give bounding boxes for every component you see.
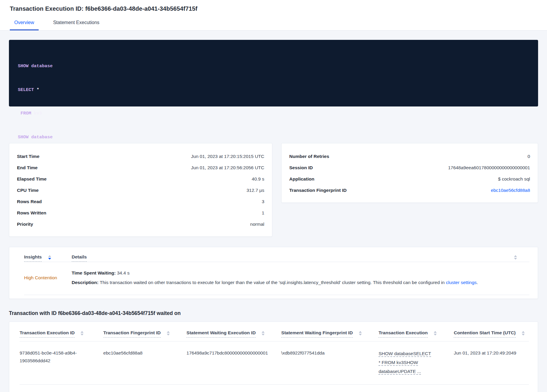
column-label[interactable]: Transaction Execution — [378, 330, 427, 338]
insight-badge: High Contention — [24, 275, 72, 280]
sql-line: FROM kv3 — [18, 110, 529, 118]
details-column-header[interactable]: Details — [72, 254, 87, 262]
summary-row-rows-read: Rows Read 3 — [17, 196, 264, 207]
summary-row-elapsed-time: Elapsed Time 40.9 s — [17, 173, 264, 185]
time-spent-waiting-value: 34.4 s — [116, 270, 130, 275]
sql-text: * — [34, 87, 39, 92]
transaction-execution-link[interactable]: SHOW databaseSELECT * FROM kv3SHOW datab… — [378, 349, 432, 376]
sql-keyword: FROM — [21, 111, 31, 116]
description-suffix: . — [477, 280, 478, 285]
row-label: Transaction Fingerprint ID — [289, 188, 347, 193]
row-label: Session ID — [289, 165, 313, 170]
description-text: This transaction waited on other transac… — [98, 280, 446, 285]
insight-description: Description: This transaction waited on … — [72, 279, 529, 286]
row-value: 17648a9eea6017800000000000000001 — [448, 165, 530, 170]
page-title: Transaction Execution ID: f6be6366-da03-… — [10, 5, 537, 12]
column-label[interactable]: Statement Waiting Execution ID — [186, 330, 256, 338]
sql-keyword: SHOW database — [18, 135, 53, 140]
sql-statements-box: SHOW database SELECT * FROM kv3 SHOW dat… — [9, 40, 538, 106]
sql-line: SELECT * — [18, 86, 529, 94]
tab-statement-executions[interactable]: Statement Executions — [49, 20, 104, 30]
sort-icon[interactable] — [514, 254, 517, 260]
summary-row-start-time: Start Time Jun 01, 2023 at 17:20:15:2015… — [17, 151, 264, 162]
column-label[interactable]: Statement Waiting Fingerprint ID — [281, 330, 353, 338]
tab-overview[interactable]: Overview — [10, 20, 39, 30]
sql-line: SHOW database — [18, 62, 529, 70]
row-value: 312.7 µs — [246, 188, 264, 193]
summary-row-end-time: End Time Jun 01, 2023 at 17:20:56:2056 U… — [17, 162, 264, 173]
time-spent-waiting: Time Spent Waiting: 34.4 s — [72, 270, 529, 276]
sql-line: SHOW database — [18, 134, 529, 142]
row-label: End Time — [17, 165, 37, 170]
row-value: Jun 01, 2023 at 17:20:15:2015 UTC — [191, 154, 264, 159]
cell-statement-waiting-execution-id: 176498a9c717bdc80000000000000001 — [186, 349, 278, 376]
sort-icon[interactable] — [81, 330, 84, 335]
cluster-settings-link[interactable]: cluster settings — [446, 280, 477, 285]
row-label: Priority — [17, 222, 33, 227]
row-label: Start Time — [17, 154, 40, 159]
column-header-statement-waiting-execution-id: Statement Waiting Execution ID — [186, 330, 278, 338]
summary-row-session-id: Session ID 17648a9eea6017800000000000000… — [289, 162, 530, 173]
sort-icon[interactable] — [522, 330, 525, 335]
row-value: 3 — [262, 199, 264, 204]
transaction-fingerprint-link[interactable]: ebc10ae56cfd88a8 — [491, 188, 530, 193]
waited-on-table-header: Transaction Execution ID Transaction Fin… — [20, 330, 529, 338]
sql-keyword: SHOW database — [18, 64, 53, 69]
row-value: $ cockroach sql — [498, 176, 530, 182]
insights-table-header: Insights Details — [24, 254, 529, 262]
column-header-contention-start-time: Contention Start Time (UTC) — [454, 330, 529, 338]
cell-statement-waiting-fingerprint-id: \xdb8922f077541dda — [281, 349, 375, 376]
column-header-statement-waiting-fingerprint-id: Statement Waiting Fingerprint ID — [281, 330, 375, 338]
row-value: 0 — [527, 154, 530, 159]
row-label: Rows Written — [17, 210, 46, 216]
waited-on-table-row: 9738d051-bc0e-4158-a9b4-1903586ddd42 ebc… — [20, 341, 529, 384]
summary-cards-row: Start Time Jun 01, 2023 at 17:20:15:2015… — [9, 143, 538, 237]
summary-row-priority: Priority normal — [17, 219, 264, 230]
cell-contention-start-time: Jun 01, 2023 at 17:20:49:2049 — [454, 349, 529, 376]
sort-icon[interactable] — [434, 330, 437, 335]
transaction-summary-card: Start Time Jun 01, 2023 at 17:20:15:2015… — [9, 143, 272, 237]
waited-on-heading: Transaction with ID f6be6366-da03-48de-a… — [9, 310, 538, 316]
summary-row-transaction-fingerprint-id: Transaction Fingerprint ID ebc10ae56cfd8… — [289, 185, 530, 196]
row-label: CPU Time — [17, 188, 39, 193]
row-label: Application — [289, 176, 314, 182]
waited-on-table-card: Transaction Execution ID Transaction Fin… — [9, 322, 538, 392]
sort-icon[interactable] — [167, 330, 170, 335]
sql-text: kv3 — [31, 111, 42, 116]
row-value: 40.9 s — [252, 176, 264, 182]
row-label: Rows Read — [17, 199, 42, 204]
time-spent-waiting-label: Time Spent Waiting: — [72, 270, 116, 275]
summary-row-retries: Number of Retries 0 — [289, 151, 530, 162]
row-value: normal — [250, 222, 264, 227]
row-label: Elapsed Time — [17, 176, 47, 182]
tab-bar: Overview Statement Executions — [10, 20, 537, 30]
summary-row-cpu-time: CPU Time 312.7 µs — [17, 185, 264, 196]
insights-column-header[interactable]: Insights — [24, 254, 42, 262]
session-summary-card: Number of Retries 0 Session ID 17648a9ee… — [281, 143, 538, 203]
column-label[interactable]: Contention Start Time (UTC) — [454, 330, 515, 338]
column-label[interactable]: Transaction Fingerprint ID — [103, 330, 161, 338]
sql-keyword: SELECT — [18, 87, 34, 92]
sort-icon[interactable] — [262, 330, 265, 335]
insight-row: High Contention Time Spent Waiting: 34.4… — [24, 262, 529, 295]
page-header: Transaction Execution ID: f6be6366-da03-… — [0, 0, 547, 31]
divider — [24, 295, 529, 295]
insight-details: Time Spent Waiting: 34.4 s Description: … — [72, 270, 529, 286]
column-label[interactable]: Transaction Execution ID — [20, 330, 75, 338]
row-value: 1 — [262, 210, 264, 216]
sort-icon[interactable] — [48, 254, 51, 260]
sql-text — [18, 111, 21, 116]
insights-card: Insights Details High Contention Time Sp… — [9, 247, 538, 299]
column-header-transaction-fingerprint-id: Transaction Fingerprint ID — [103, 330, 184, 338]
summary-row-application: Application $ cockroach sql — [289, 173, 530, 185]
description-label: Description: — [72, 280, 98, 285]
row-value: Jun 01, 2023 at 17:20:56:2056 UTC — [191, 165, 264, 170]
summary-row-rows-written: Rows Written 1 — [17, 207, 264, 219]
page-content: SHOW database SELECT * FROM kv3 SHOW dat… — [0, 40, 547, 392]
column-header-transaction-execution: Transaction Execution — [378, 330, 451, 338]
row-label: Number of Retries — [289, 154, 329, 159]
table-footer-space — [20, 385, 529, 392]
column-header-transaction-execution-id: Transaction Execution ID — [20, 330, 100, 338]
cell-transaction-execution-id: 9738d051-bc0e-4158-a9b4-1903586ddd42 — [20, 349, 79, 376]
sort-icon[interactable] — [359, 330, 362, 335]
